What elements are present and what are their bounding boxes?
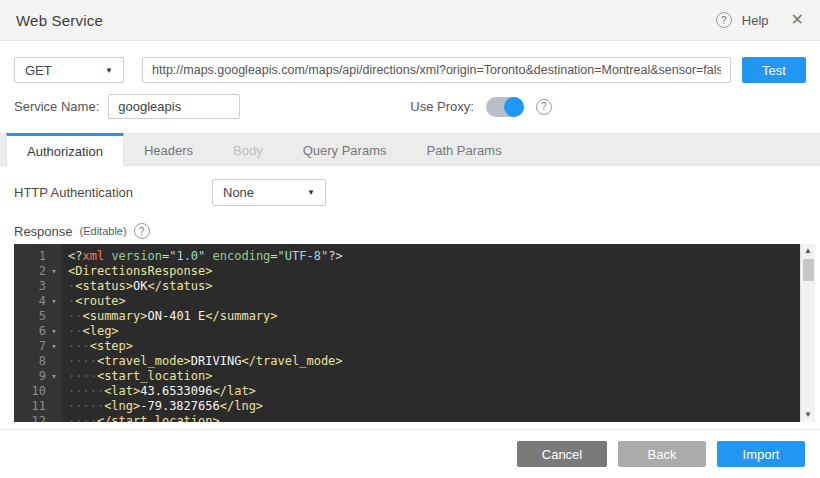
- dialog-footer: Cancel Back Import: [0, 429, 820, 478]
- code-line: 3·<status>OK</status>: [14, 279, 800, 294]
- code-text: ·····<lng>-79.3827656</lng>: [62, 399, 263, 414]
- fold-gutter: [46, 384, 62, 399]
- use-proxy-label: Use Proxy:: [410, 99, 474, 114]
- http-auth-value: None: [223, 185, 254, 200]
- response-editor[interactable]: 1<?xml version="1.0" encoding="UTF-8"?>2…: [14, 244, 815, 422]
- response-label: Response: [14, 224, 73, 239]
- tab-headers[interactable]: Headers: [124, 133, 213, 165]
- page-title: Web Service: [16, 12, 103, 29]
- close-icon[interactable]: ✕: [791, 12, 804, 28]
- line-number: 10: [14, 384, 46, 399]
- code-text: ·<route>: [62, 294, 126, 309]
- fold-gutter: [46, 354, 62, 369]
- import-button[interactable]: Import: [717, 441, 805, 467]
- toggle-knob-icon: [504, 97, 524, 117]
- code-line: 1<?xml version="1.0" encoding="UTF-8"?>: [14, 249, 800, 264]
- http-auth-select[interactable]: None ▼: [212, 179, 326, 206]
- code-line: 8····<travel_mode>DRIVING</travel_mode>: [14, 354, 800, 369]
- code-line: 6▾··<leg>: [14, 324, 800, 339]
- line-number: 7: [14, 339, 46, 354]
- line-number: 1: [14, 249, 46, 264]
- code-text: ···<step>: [62, 339, 133, 354]
- code-line: 10·····<lat>43.6533096</lat>: [14, 384, 800, 399]
- cancel-button[interactable]: Cancel: [517, 441, 607, 467]
- code-text: ····<start_location>: [62, 369, 213, 384]
- url-input[interactable]: [142, 57, 731, 83]
- http-method-value: GET: [25, 63, 52, 78]
- line-number: 12: [14, 414, 46, 422]
- code-area[interactable]: 1<?xml version="1.0" encoding="UTF-8"?>2…: [14, 244, 800, 422]
- scroll-up-icon[interactable]: ▲: [804, 244, 812, 258]
- code-text: ·····<lat>43.6533096</lat>: [62, 384, 256, 399]
- fold-arrow-icon[interactable]: ▾: [46, 324, 62, 339]
- response-help-icon[interactable]: ?: [134, 223, 150, 239]
- test-button[interactable]: Test: [742, 57, 806, 83]
- fold-gutter: [46, 414, 62, 422]
- web-service-dialog: Web Service ? Help ✕ GET ▼ Test Service …: [0, 0, 820, 478]
- line-number: 2: [14, 264, 46, 279]
- vertical-scrollbar[interactable]: ▲ ▼: [800, 244, 815, 422]
- code-text: <DirectionsResponse>: [62, 264, 213, 279]
- fold-gutter: [46, 279, 62, 294]
- code-text: ····<travel_mode>DRIVING</travel_mode>: [62, 354, 343, 369]
- http-auth-row: HTTP Authentication None ▼: [0, 166, 820, 206]
- fold-gutter: [46, 249, 62, 264]
- service-name-input[interactable]: [108, 94, 240, 119]
- code-line: 4▾·<route>: [14, 294, 800, 309]
- tab-authorization[interactable]: Authorization: [6, 133, 124, 166]
- code-line: 2▾<DirectionsResponse>: [14, 264, 800, 279]
- line-number: 3: [14, 279, 46, 294]
- back-button[interactable]: Back: [618, 441, 706, 467]
- chevron-down-icon: ▼: [307, 188, 315, 197]
- code-text: ····</start_location>: [62, 414, 220, 422]
- dialog-header: Web Service ? Help ✕: [0, 0, 820, 41]
- http-method-select[interactable]: GET ▼: [14, 57, 124, 83]
- fold-arrow-icon[interactable]: ▾: [46, 264, 62, 279]
- line-number: 11: [14, 399, 46, 414]
- fold-gutter: [46, 309, 62, 324]
- line-number: 8: [14, 354, 46, 369]
- code-text: <?xml version="1.0" encoding="UTF-8"?>: [62, 249, 343, 264]
- response-editable-label: (Editable): [80, 225, 127, 237]
- service-name-label: Service Name:: [14, 99, 99, 114]
- line-number: 9: [14, 369, 46, 384]
- code-line: 11·····<lng>-79.3827656</lng>: [14, 399, 800, 414]
- tab-path-params[interactable]: Path Params: [406, 133, 521, 165]
- chevron-down-icon: ▼: [105, 66, 113, 75]
- fold-gutter: [46, 399, 62, 414]
- proxy-help-icon[interactable]: ?: [536, 99, 552, 115]
- use-proxy-toggle[interactable]: [486, 97, 524, 117]
- code-line: 12····</start_location>: [14, 414, 800, 422]
- code-line: 5··<summary>ON-401 E</summary>: [14, 309, 800, 324]
- scroll-down-icon[interactable]: ▼: [804, 408, 812, 422]
- help-icon[interactable]: ?: [716, 12, 732, 28]
- request-row: GET ▼ Test: [0, 41, 820, 83]
- fold-arrow-icon[interactable]: ▾: [46, 369, 62, 384]
- line-number: 6: [14, 324, 46, 339]
- scrollbar-thumb[interactable]: [803, 259, 814, 281]
- fold-arrow-icon[interactable]: ▾: [46, 294, 62, 309]
- line-number: 4: [14, 294, 46, 309]
- line-number: 5: [14, 309, 46, 324]
- code-line: 7▾···<step>: [14, 339, 800, 354]
- tab-query-params[interactable]: Query Params: [283, 133, 407, 165]
- code-text: ··<leg>: [62, 324, 119, 339]
- code-line: 9▾····<start_location>: [14, 369, 800, 384]
- response-header: Response (Editable) ?: [0, 206, 820, 244]
- code-text: ·<status>OK</status>: [62, 279, 213, 294]
- help-link[interactable]: Help: [742, 13, 769, 28]
- tab-bar: AuthorizationHeadersBodyQuery ParamsPath…: [0, 133, 820, 166]
- tab-body: Body: [213, 133, 283, 165]
- fold-arrow-icon[interactable]: ▾: [46, 339, 62, 354]
- http-auth-label: HTTP Authentication: [14, 185, 212, 200]
- code-text: ··<summary>ON-401 E</summary>: [62, 309, 278, 324]
- service-row: Service Name: Use Proxy: ?: [0, 83, 820, 119]
